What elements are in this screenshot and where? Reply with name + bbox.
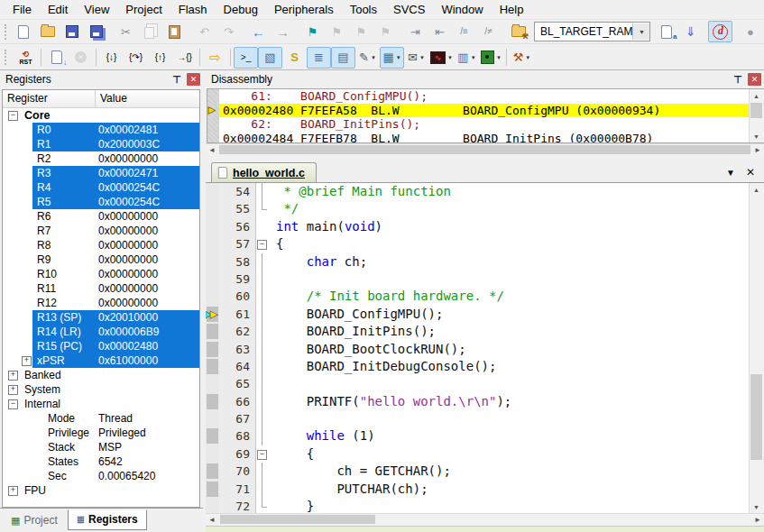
code-line[interactable]: 70 ch = GETCHAR();	[206, 463, 749, 480]
step-over-button[interactable]: {↷}	[124, 47, 148, 69]
translate-button[interactable]: a	[654, 21, 678, 42]
register-row[interactable]: PrivilegePrivileged	[3, 426, 199, 440]
fold-margin[interactable]	[255, 498, 268, 513]
register-row[interactable]: R10x2000003C	[3, 137, 199, 151]
fold-margin[interactable]	[255, 183, 268, 200]
editor-vertical-scrollbar[interactable]: ▲ ▼	[749, 183, 764, 513]
fold-margin[interactable]	[255, 427, 268, 445]
fold-margin[interactable]	[255, 218, 268, 235]
breakpoint-margin[interactable]	[206, 323, 219, 340]
register-row[interactable]: States6542	[3, 454, 199, 469]
disassembly-lines[interactable]: 61: BOARD_ConfigMPU();▶0x00002480 F7FEFA…	[207, 89, 749, 142]
dropdown-arrow-icon[interactable]: ▼	[525, 55, 530, 60]
breakpoint-margin[interactable]	[206, 375, 219, 392]
fold-collapse-icon[interactable]: −	[257, 240, 267, 250]
undo-button[interactable]: ↶	[192, 21, 216, 42]
code-line[interactable]: 68 while (1)	[206, 427, 749, 445]
fold-margin[interactable]	[255, 341, 268, 358]
options-for-target-button[interactable]: ⚒	[506, 21, 530, 42]
code-line[interactable]: 58 char ch;	[206, 253, 749, 271]
fold-margin[interactable]	[255, 375, 268, 392]
scroll-up-icon[interactable]: ▲	[750, 89, 763, 102]
scroll-down-icon[interactable]: ▼	[750, 500, 763, 513]
code-line[interactable]: 57−{	[206, 235, 749, 252]
toolbar-grip[interactable]	[5, 50, 9, 65]
fold-margin[interactable]	[255, 481, 268, 498]
register-row[interactable]: −Internal	[3, 397, 199, 411]
register-row[interactable]: StackMSP	[3, 440, 199, 454]
menu-help[interactable]: Help	[492, 1, 532, 18]
register-row[interactable]: R20x00000000	[3, 151, 199, 166]
run-button[interactable]: ↓	[44, 47, 69, 69]
menu-peripherals[interactable]: Peripherals	[266, 1, 342, 18]
reset-button[interactable]: ⟲RST	[14, 47, 38, 69]
menu-window[interactable]: Window	[433, 1, 491, 18]
tab-hello-world-c[interactable]: hello_world.c	[211, 162, 317, 182]
code-line[interactable]: 59	[206, 271, 749, 288]
fold-margin[interactable]: −	[255, 235, 268, 252]
start-stop-debug-button[interactable]: d	[708, 21, 732, 42]
register-row[interactable]: +xPSR0x61000000	[3, 353, 199, 368]
step-out-button[interactable]: {↑}	[148, 47, 172, 69]
navigate-back-button[interactable]: ←	[246, 21, 271, 42]
analysis-window-button[interactable]: ∿▼	[428, 47, 455, 69]
column-header-value[interactable]: Value	[96, 90, 199, 107]
dropdown-arrow-icon[interactable]: ▼	[447, 55, 453, 60]
code-lines[interactable]: 54 * @brief Main function55 */56int main…	[206, 183, 749, 513]
fold-margin[interactable]	[255, 393, 268, 410]
chevron-down-icon[interactable]: ▼	[632, 23, 649, 40]
breakpoint-toggle-button[interactable]: ●	[738, 21, 762, 42]
show-current-statement-button[interactable]: ⇨	[203, 47, 227, 69]
fold-margin[interactable]	[255, 288, 268, 305]
scroll-right-icon[interactable]: ►	[751, 144, 764, 155]
register-row[interactable]: R00x00002481	[3, 123, 199, 137]
register-row[interactable]: ModeThread	[3, 411, 199, 426]
expand-icon[interactable]: +	[8, 385, 18, 395]
register-row[interactable]: R120x00000000	[3, 296, 199, 310]
stop-button[interactable]: ✕	[69, 47, 93, 69]
code-line[interactable]: 72 }	[206, 498, 749, 513]
register-row[interactable]: R14 (LR)0x000006B9	[3, 325, 199, 339]
breakpoint-margin[interactable]	[206, 393, 219, 410]
scrollbar-thumb[interactable]	[219, 145, 750, 154]
close-icon[interactable]: ✕	[187, 73, 200, 86]
menu-file[interactable]: File	[5, 1, 40, 18]
scrollbar-thumb[interactable]	[220, 515, 375, 524]
run-to-cursor-button[interactable]: →{}	[172, 47, 197, 69]
dropdown-arrow-icon[interactable]: ▼	[371, 55, 376, 60]
breakpoint-margin[interactable]	[206, 445, 219, 463]
fold-collapse-icon[interactable]: −	[257, 450, 267, 460]
disassembly-line[interactable]: ▶0x00002480 F7FEFA58 BL.W BOARD_ConfigMP…	[207, 104, 749, 118]
scrollbar-thumb[interactable]	[750, 374, 762, 460]
fold-margin[interactable]	[255, 323, 268, 340]
scroll-right-icon[interactable]: ►	[751, 514, 764, 525]
register-row[interactable]: R90x00000000	[3, 252, 199, 267]
system-viewer-button[interactable]: ▼	[479, 47, 503, 69]
fold-margin[interactable]	[255, 271, 268, 288]
fold-margin[interactable]	[255, 410, 268, 427]
registers-window-button[interactable]: ≣	[307, 47, 331, 69]
copy-button[interactable]	[138, 21, 162, 42]
indent-button[interactable]: ⇥	[403, 21, 428, 42]
register-row[interactable]: R70x00000000	[3, 224, 199, 238]
pin-icon[interactable]: ⊤	[732, 74, 744, 86]
menu-view[interactable]: View	[76, 1, 117, 18]
code-line[interactable]: 62 BOARD_InitPins();	[206, 323, 749, 340]
breakpoint-margin[interactable]	[206, 183, 219, 200]
breakpoint-margin[interactable]	[206, 463, 219, 480]
breakpoint-margin[interactable]	[206, 288, 219, 305]
code-line[interactable]: 55 */	[206, 200, 749, 217]
dropdown-arrow-icon[interactable]: ▼	[471, 55, 476, 60]
open-file-button[interactable]	[35, 21, 60, 42]
collapse-icon[interactable]: −	[8, 111, 18, 121]
command-window-button[interactable]: >_	[234, 47, 258, 69]
code-line[interactable]: 54 * @brief Main function	[206, 183, 749, 200]
code-line[interactable]: 56int main(void)	[206, 218, 749, 235]
fold-margin[interactable]	[255, 253, 268, 271]
bookmark-clear-button[interactable]: ⚑	[373, 21, 398, 42]
disassembly-line[interactable]: 0x00002484 F7FEFB78 BL.W BOARD_InitPins …	[207, 132, 749, 143]
scroll-left-icon[interactable]: ◄	[206, 514, 218, 525]
scroll-left-icon[interactable]: ◄	[206, 144, 218, 155]
breakpoint-margin[interactable]: ▶▶	[206, 306, 219, 323]
toolbox-button[interactable]: ⚒▼	[510, 47, 534, 69]
